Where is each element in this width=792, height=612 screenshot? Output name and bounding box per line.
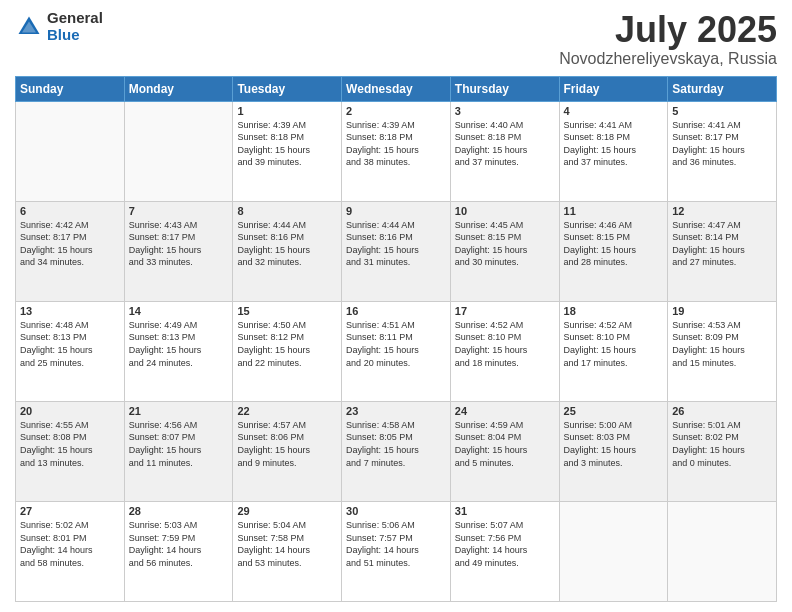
day-info: Sunrise: 4:49 AM Sunset: 8:13 PM Dayligh… <box>129 319 229 369</box>
day-number: 28 <box>129 505 229 517</box>
day-info: Sunrise: 4:50 AM Sunset: 8:12 PM Dayligh… <box>237 319 337 369</box>
col-header-friday: Friday <box>559 76 668 101</box>
day-info: Sunrise: 5:07 AM Sunset: 7:56 PM Dayligh… <box>455 519 555 569</box>
calendar-cell: 18Sunrise: 4:52 AM Sunset: 8:10 PM Dayli… <box>559 301 668 401</box>
day-number: 2 <box>346 105 446 117</box>
day-info: Sunrise: 4:58 AM Sunset: 8:05 PM Dayligh… <box>346 419 446 469</box>
day-number: 20 <box>20 405 120 417</box>
calendar-cell: 26Sunrise: 5:01 AM Sunset: 8:02 PM Dayli… <box>668 401 777 501</box>
week-row-1: 1Sunrise: 4:39 AM Sunset: 8:18 PM Daylig… <box>16 101 777 201</box>
logo: General Blue <box>15 10 103 43</box>
day-number: 10 <box>455 205 555 217</box>
calendar-cell <box>16 101 125 201</box>
day-info: Sunrise: 5:04 AM Sunset: 7:58 PM Dayligh… <box>237 519 337 569</box>
calendar-cell <box>668 501 777 601</box>
day-info: Sunrise: 4:51 AM Sunset: 8:11 PM Dayligh… <box>346 319 446 369</box>
calendar-cell: 4Sunrise: 4:41 AM Sunset: 8:18 PM Daylig… <box>559 101 668 201</box>
day-info: Sunrise: 4:57 AM Sunset: 8:06 PM Dayligh… <box>237 419 337 469</box>
day-number: 19 <box>672 305 772 317</box>
day-number: 21 <box>129 405 229 417</box>
day-number: 12 <box>672 205 772 217</box>
week-row-4: 20Sunrise: 4:55 AM Sunset: 8:08 PM Dayli… <box>16 401 777 501</box>
day-number: 17 <box>455 305 555 317</box>
day-number: 13 <box>20 305 120 317</box>
day-info: Sunrise: 4:55 AM Sunset: 8:08 PM Dayligh… <box>20 419 120 469</box>
header: General Blue July 2025 Novodzhereliyevsk… <box>15 10 777 68</box>
calendar-cell: 27Sunrise: 5:02 AM Sunset: 8:01 PM Dayli… <box>16 501 125 601</box>
day-info: Sunrise: 4:45 AM Sunset: 8:15 PM Dayligh… <box>455 219 555 269</box>
calendar-cell: 7Sunrise: 4:43 AM Sunset: 8:17 PM Daylig… <box>124 201 233 301</box>
calendar-cell: 19Sunrise: 4:53 AM Sunset: 8:09 PM Dayli… <box>668 301 777 401</box>
calendar-cell: 31Sunrise: 5:07 AM Sunset: 7:56 PM Dayli… <box>450 501 559 601</box>
logo-text: General Blue <box>47 10 103 43</box>
calendar-cell: 28Sunrise: 5:03 AM Sunset: 7:59 PM Dayli… <box>124 501 233 601</box>
calendar-cell: 13Sunrise: 4:48 AM Sunset: 8:13 PM Dayli… <box>16 301 125 401</box>
day-info: Sunrise: 4:44 AM Sunset: 8:16 PM Dayligh… <box>346 219 446 269</box>
day-number: 11 <box>564 205 664 217</box>
calendar-cell: 23Sunrise: 4:58 AM Sunset: 8:05 PM Dayli… <box>342 401 451 501</box>
day-number: 14 <box>129 305 229 317</box>
calendar-cell: 9Sunrise: 4:44 AM Sunset: 8:16 PM Daylig… <box>342 201 451 301</box>
calendar-cell: 29Sunrise: 5:04 AM Sunset: 7:58 PM Dayli… <box>233 501 342 601</box>
day-info: Sunrise: 4:44 AM Sunset: 8:16 PM Dayligh… <box>237 219 337 269</box>
col-header-wednesday: Wednesday <box>342 76 451 101</box>
day-info: Sunrise: 4:56 AM Sunset: 8:07 PM Dayligh… <box>129 419 229 469</box>
day-info: Sunrise: 4:46 AM Sunset: 8:15 PM Dayligh… <box>564 219 664 269</box>
day-info: Sunrise: 5:06 AM Sunset: 7:57 PM Dayligh… <box>346 519 446 569</box>
day-number: 6 <box>20 205 120 217</box>
day-number: 8 <box>237 205 337 217</box>
day-info: Sunrise: 4:41 AM Sunset: 8:17 PM Dayligh… <box>672 119 772 169</box>
calendar-cell: 6Sunrise: 4:42 AM Sunset: 8:17 PM Daylig… <box>16 201 125 301</box>
title-block: July 2025 Novodzhereliyevskaya, Russia <box>559 10 777 68</box>
day-info: Sunrise: 4:39 AM Sunset: 8:18 PM Dayligh… <box>237 119 337 169</box>
calendar-cell: 21Sunrise: 4:56 AM Sunset: 8:07 PM Dayli… <box>124 401 233 501</box>
week-row-5: 27Sunrise: 5:02 AM Sunset: 8:01 PM Dayli… <box>16 501 777 601</box>
calendar-cell: 3Sunrise: 4:40 AM Sunset: 8:18 PM Daylig… <box>450 101 559 201</box>
subtitle: Novodzhereliyevskaya, Russia <box>559 50 777 68</box>
day-number: 4 <box>564 105 664 117</box>
calendar-cell: 5Sunrise: 4:41 AM Sunset: 8:17 PM Daylig… <box>668 101 777 201</box>
day-number: 7 <box>129 205 229 217</box>
day-number: 30 <box>346 505 446 517</box>
col-header-sunday: Sunday <box>16 76 125 101</box>
day-number: 3 <box>455 105 555 117</box>
day-info: Sunrise: 4:43 AM Sunset: 8:17 PM Dayligh… <box>129 219 229 269</box>
calendar-cell: 30Sunrise: 5:06 AM Sunset: 7:57 PM Dayli… <box>342 501 451 601</box>
day-number: 27 <box>20 505 120 517</box>
day-info: Sunrise: 4:59 AM Sunset: 8:04 PM Dayligh… <box>455 419 555 469</box>
day-info: Sunrise: 5:02 AM Sunset: 8:01 PM Dayligh… <box>20 519 120 569</box>
calendar-cell: 25Sunrise: 5:00 AM Sunset: 8:03 PM Dayli… <box>559 401 668 501</box>
day-number: 15 <box>237 305 337 317</box>
day-number: 16 <box>346 305 446 317</box>
calendar-cell: 11Sunrise: 4:46 AM Sunset: 8:15 PM Dayli… <box>559 201 668 301</box>
main-title: July 2025 <box>559 10 777 50</box>
calendar-cell <box>124 101 233 201</box>
day-info: Sunrise: 4:53 AM Sunset: 8:09 PM Dayligh… <box>672 319 772 369</box>
day-number: 1 <box>237 105 337 117</box>
calendar-cell: 14Sunrise: 4:49 AM Sunset: 8:13 PM Dayli… <box>124 301 233 401</box>
calendar-cell: 15Sunrise: 4:50 AM Sunset: 8:12 PM Dayli… <box>233 301 342 401</box>
calendar-cell: 20Sunrise: 4:55 AM Sunset: 8:08 PM Dayli… <box>16 401 125 501</box>
week-row-2: 6Sunrise: 4:42 AM Sunset: 8:17 PM Daylig… <box>16 201 777 301</box>
calendar-cell: 17Sunrise: 4:52 AM Sunset: 8:10 PM Dayli… <box>450 301 559 401</box>
logo-general: General <box>47 10 103 27</box>
calendar-cell: 22Sunrise: 4:57 AM Sunset: 8:06 PM Dayli… <box>233 401 342 501</box>
day-info: Sunrise: 4:40 AM Sunset: 8:18 PM Dayligh… <box>455 119 555 169</box>
day-number: 22 <box>237 405 337 417</box>
calendar-cell <box>559 501 668 601</box>
col-header-saturday: Saturday <box>668 76 777 101</box>
day-number: 23 <box>346 405 446 417</box>
calendar-cell: 10Sunrise: 4:45 AM Sunset: 8:15 PM Dayli… <box>450 201 559 301</box>
week-row-3: 13Sunrise: 4:48 AM Sunset: 8:13 PM Dayli… <box>16 301 777 401</box>
day-info: Sunrise: 4:41 AM Sunset: 8:18 PM Dayligh… <box>564 119 664 169</box>
col-header-monday: Monday <box>124 76 233 101</box>
day-info: Sunrise: 4:52 AM Sunset: 8:10 PM Dayligh… <box>564 319 664 369</box>
day-info: Sunrise: 4:48 AM Sunset: 8:13 PM Dayligh… <box>20 319 120 369</box>
day-number: 24 <box>455 405 555 417</box>
day-info: Sunrise: 5:00 AM Sunset: 8:03 PM Dayligh… <box>564 419 664 469</box>
calendar-cell: 1Sunrise: 4:39 AM Sunset: 8:18 PM Daylig… <box>233 101 342 201</box>
calendar-table: SundayMondayTuesdayWednesdayThursdayFrid… <box>15 76 777 602</box>
day-number: 26 <box>672 405 772 417</box>
day-info: Sunrise: 4:47 AM Sunset: 8:14 PM Dayligh… <box>672 219 772 269</box>
page: General Blue July 2025 Novodzhereliyevsk… <box>0 0 792 612</box>
